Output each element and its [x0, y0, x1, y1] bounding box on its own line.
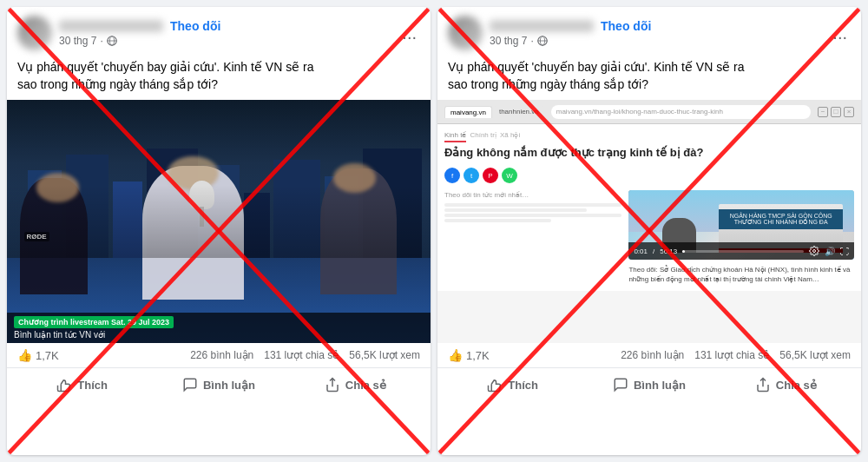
- share-icon-left: [325, 377, 340, 393]
- author-name-left: [59, 20, 163, 32]
- like-label-right: Thích: [508, 379, 538, 392]
- fb-share-icon: f: [444, 168, 460, 183]
- more-options-left[interactable]: ...: [398, 24, 420, 42]
- volume-icon[interactable]: 🔊: [825, 247, 835, 256]
- privacy-icon-left: [107, 36, 117, 46]
- video-controls: 0:01 / 56:13 🔊 ⛶: [628, 242, 854, 260]
- more-options-right[interactable]: ...: [829, 24, 851, 42]
- share-button-right[interactable]: Chia sẻ: [718, 370, 854, 399]
- fullscreen-icon[interactable]: ⛶: [840, 247, 849, 256]
- twitter-share-icon: t: [464, 168, 479, 183]
- name-row-right: Theo dõi: [490, 19, 822, 33]
- post-card-left: Theo dõi 30 thg 7 · ... Vụ phán quyết 'c…: [7, 7, 431, 455]
- browser-close: ×: [844, 107, 854, 117]
- video-current-time: 0:01: [634, 248, 648, 255]
- post-image-left: RØDE Chương trình livestream Sat. 29 Jul…: [7, 100, 431, 343]
- post-text-left: Vụ phán quyết 'chuyến bay giải cứu'. Kin…: [7, 56, 431, 100]
- post-header-info-left: Theo dõi 30 thg 7 ·: [59, 19, 391, 47]
- meta-row-left: 30 thg 7 ·: [59, 35, 391, 47]
- post-actions-left: Thích Bình luận Chia sẻ: [7, 368, 431, 401]
- follow-button-right[interactable]: Theo dõi: [601, 19, 651, 33]
- browser-maximize: □: [831, 107, 841, 117]
- reactions-left: 👍 1,7K: [17, 348, 59, 362]
- browser-url: maivang.vn/thang-loi/khong-nam-duoc-thuc…: [551, 105, 811, 119]
- like-label-left: Thích: [77, 379, 108, 392]
- video-progress-fill: [682, 250, 685, 253]
- post-actions-right: Thích Bình luận Chia sẻ: [437, 368, 861, 401]
- like-icon-left: [56, 377, 72, 393]
- browser-bar: maivang.vn thanhnien.vn maivang.vn/thang…: [437, 100, 861, 124]
- browser-tab-2: thanhnien.vn: [494, 106, 544, 117]
- avatar-right: [448, 16, 483, 50]
- comment-button-left[interactable]: Bình luận: [150, 370, 286, 399]
- livestream-bar-left: Chương trình livestream Sat. 29 Jul 2023…: [7, 313, 431, 343]
- article-social-icons: f t P W: [444, 168, 854, 183]
- browser-minimize: −: [818, 107, 828, 117]
- comment-label-left: Bình luận: [203, 379, 255, 392]
- post-header-right: Theo dõi 30 thg 7 · ...: [437, 7, 861, 56]
- shares-count-left: 131 lượt chia sẻ: [264, 349, 339, 361]
- whatsapp-share-icon: W: [502, 168, 517, 183]
- shares-count-right: 131 lượt chia sẻ: [694, 349, 769, 361]
- avatar-left: [17, 16, 52, 50]
- video-progress-bar[interactable]: [682, 250, 804, 253]
- follow-button-left[interactable]: Theo dõi: [170, 19, 220, 33]
- name-row-left: Theo dõi: [59, 19, 391, 33]
- reactions-count-left: 1,7K: [36, 349, 59, 362]
- reactions-count-right: 1,7K: [466, 349, 490, 362]
- post-header-info-right: Theo dõi 30 thg 7 ·: [490, 19, 822, 47]
- post-stats-right: 👍 1,7K 226 bình luận 131 lượt chia sẻ 56…: [437, 343, 861, 368]
- article-title: Đảng không nắm được thực trạng kinh tế b…: [444, 146, 854, 161]
- post-image-right: maivang.vn thanhnien.vn maivang.vn/thang…: [437, 100, 861, 343]
- settings-icon[interactable]: [809, 246, 819, 256]
- livestream-title: Bình luận tin tức VN với: [14, 330, 424, 340]
- post-stats-left: 👍 1,7K 226 bình luận 131 lượt chia sẻ 56…: [7, 343, 431, 368]
- share-button-left[interactable]: Chia sẻ: [287, 370, 424, 399]
- share-icon-right: [755, 377, 771, 393]
- like-emoji: 👍: [17, 348, 32, 362]
- views-count-left: 56,5K lượt xem: [349, 349, 420, 361]
- meta-row-right: 30 thg 7 ·: [490, 35, 822, 47]
- browser-tab-1: maivang.vn: [444, 106, 492, 118]
- article-body: Theo dõi tin tức mới nhất…: [444, 190, 854, 284]
- comment-icon-left: [182, 377, 198, 393]
- livestream-badge: Chương trình livestream Sat. 29 Jul 2023: [14, 316, 174, 328]
- like-button-right[interactable]: Thích: [444, 370, 581, 399]
- stats-right-left: 226 bình luận 131 lượt chia sẻ 56,5K lượ…: [190, 349, 420, 361]
- like-emoji-right: 👍: [448, 348, 463, 362]
- post-text-right: Vụ phán quyết 'chuyến bay giải cứu'. Kin…: [437, 56, 861, 100]
- share-label-left: Chia sẻ: [345, 379, 386, 392]
- pinterest-share-icon: P: [483, 168, 498, 183]
- comments-count-left: 226 bình luận: [190, 349, 253, 361]
- stats-right-right: 226 bình luận 131 lượt chia sẻ 56,5K lượ…: [621, 349, 851, 361]
- dot-separator-left: ·: [100, 35, 102, 47]
- post-header-left: Theo dõi 30 thg 7 · ...: [7, 7, 431, 56]
- article-text: Theo dõi tin tức mới nhất…: [444, 190, 621, 284]
- svg-point-8: [813, 250, 816, 253]
- post-date-left: 30 thg 7: [59, 35, 96, 47]
- video-duration: 56:13: [660, 248, 677, 255]
- post-card-right: Theo dõi 30 thg 7 · ... Vụ phán quyết 'c…: [437, 7, 861, 455]
- post-date-right: 30 thg 7: [490, 35, 527, 47]
- article-content: Kinh tế Chính trị Xã hội Đảng không nắm …: [437, 124, 861, 291]
- author-name-right: [490, 20, 594, 32]
- article-video-area: NGÂN HÀNG TMCP SÀI GÒN CÔNG THƯƠNG CHI N…: [628, 190, 854, 284]
- like-icon-right: [487, 377, 503, 393]
- article-video-thumb[interactable]: NGÂN HÀNG TMCP SÀI GÒN CÔNG THƯƠNG CHI N…: [628, 190, 854, 260]
- comments-count-right: 226 bình luận: [621, 349, 684, 361]
- privacy-icon-right: [537, 36, 548, 46]
- comment-label-right: Bình luận: [634, 379, 686, 392]
- dot-separator-right: ·: [530, 35, 533, 47]
- comment-button-right[interactable]: Bình luận: [581, 370, 717, 399]
- comment-icon-right: [613, 377, 628, 393]
- bank-sign: NGÂN HÀNG TMCP SÀI GÒN CÔNG THƯƠNG CHI N…: [719, 209, 843, 229]
- reactions-right: 👍 1,7K: [448, 348, 490, 362]
- like-button-left[interactable]: Thích: [14, 370, 150, 399]
- share-label-right: Chia sẻ: [776, 379, 817, 392]
- article-caption: Theo dõi: Sở Giao dịch chứng khoán Hà Nộ…: [628, 265, 854, 284]
- views-count-right: 56,5K lượt xem: [779, 349, 851, 361]
